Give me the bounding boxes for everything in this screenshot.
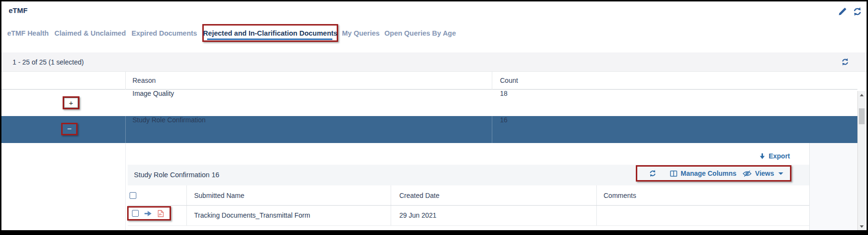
go-to-document-arrow-icon[interactable]	[144, 210, 152, 217]
scroll-down-button[interactable]	[858, 222, 866, 230]
refresh-results-button[interactable]	[841, 58, 849, 66]
detail-panel-gutter	[809, 143, 857, 230]
cell-count: 18	[500, 90, 508, 116]
refresh-icon	[649, 170, 657, 177]
edit-dashboard-button[interactable]	[838, 7, 847, 16]
tab-expired-documents[interactable]: Expired Documents	[132, 28, 197, 39]
export-link[interactable]: Export	[676, 150, 790, 162]
detail-panel-heading: Study Role Confirmation 16	[134, 165, 219, 185]
refresh-icon	[841, 58, 849, 66]
table-row-study-role-confirmation-selected[interactable]	[1, 116, 857, 143]
column-divider	[125, 116, 126, 143]
expand-row-button[interactable]: +	[64, 98, 78, 108]
annotation-box-collapse-button: −	[61, 123, 78, 135]
cell-reason: Study Role Confirmation	[132, 116, 206, 143]
triangle-down-icon	[860, 225, 864, 228]
column-divider	[492, 116, 492, 143]
collapse-row-button[interactable]: −	[63, 124, 76, 134]
pdf-file-icon[interactable]	[158, 210, 164, 217]
column-header-comments[interactable]: Comments	[604, 185, 636, 206]
refresh-grid-button[interactable]	[649, 170, 657, 177]
tab-rejected-in-clarification[interactable]: Rejected and In-Clarification Documents	[203, 29, 338, 37]
export-label: Export	[769, 152, 790, 160]
results-count-text: 1 - 25 of 25 (1 selected)	[13, 52, 84, 72]
select-all-checkbox[interactable]	[130, 192, 136, 199]
annotation-box-row-actions	[127, 206, 171, 221]
manage-columns-button[interactable]: Manage Columns	[670, 170, 736, 177]
tab-open-queries-by-age[interactable]: Open Queries By Age	[384, 28, 456, 39]
pencil-icon	[838, 7, 847, 16]
views-label: Views	[755, 170, 774, 177]
tab-my-queries[interactable]: My Queries	[342, 28, 380, 39]
cell-submitted-name[interactable]: Tracking Documents_Transmittal Form	[194, 206, 310, 225]
columns-icon	[670, 170, 677, 177]
annotation-box-expand-button: +	[63, 96, 79, 109]
vertical-scrollbar[interactable]	[857, 91, 866, 230]
annotation-box-grid-toolbar: Manage Columns Views	[636, 165, 791, 182]
cell-created-date: 29 Jun 2021	[399, 206, 436, 225]
table-row-image-quality[interactable]	[1, 90, 857, 116]
active-tab-underline	[207, 39, 332, 40]
column-header-created-date[interactable]: Created Date	[399, 185, 439, 206]
views-dropdown-button[interactable]: Views	[742, 170, 783, 177]
eye-slash-icon	[742, 170, 752, 177]
table-row-border	[128, 225, 809, 226]
column-header-count[interactable]: Count	[500, 72, 518, 90]
results-status-bar	[1, 52, 867, 72]
refresh-dashboard-button[interactable]	[853, 7, 862, 16]
tab-claimed-unclaimed[interactable]: Claimed & Unclaimed	[54, 28, 126, 39]
row-checkbox[interactable]	[132, 210, 139, 217]
column-header-reason[interactable]: Reason	[132, 72, 156, 90]
scrollbar-thumb[interactable]	[859, 108, 865, 124]
etmf-dashboard-window: eTMF eTMF Health Claimed & Unclaimed Exp…	[0, 0, 868, 235]
refresh-icon	[853, 7, 862, 16]
download-arrow-icon	[759, 153, 765, 160]
annotation-box-active-tab: Rejected and In-Clarification Documents	[202, 24, 338, 42]
caret-down-icon	[778, 172, 783, 175]
column-header-submitted-name[interactable]: Submitted Name	[194, 185, 244, 206]
tab-etmf-health[interactable]: eTMF Health	[7, 28, 49, 39]
cell-reason: Image Quality	[132, 90, 174, 116]
triangle-up-icon	[860, 94, 864, 96]
cell-count: 16	[500, 116, 508, 143]
reasons-table-header	[1, 72, 857, 90]
manage-columns-label: Manage Columns	[681, 170, 736, 177]
column-divider	[125, 143, 126, 230]
screenshot-bottom-border	[1, 230, 867, 234]
scroll-up-button[interactable]	[858, 91, 866, 99]
page-title: eTMF	[9, 6, 27, 14]
